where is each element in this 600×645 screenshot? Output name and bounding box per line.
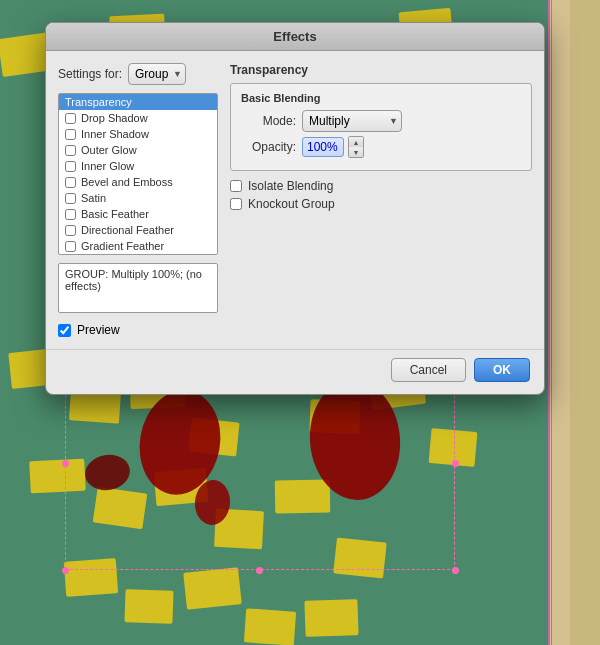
effect-basic-feather-label: Basic Feather bbox=[81, 208, 149, 220]
effect-satin-label: Satin bbox=[81, 192, 106, 204]
settings-for-label: Settings for: bbox=[58, 67, 122, 81]
preview-label: Preview bbox=[77, 323, 120, 337]
transparency-panel-title: Transparency bbox=[230, 63, 532, 77]
basic-blending-box: Basic Blending Mode: Multiply Normal Scr… bbox=[230, 83, 532, 171]
knockout-group-checkbox[interactable] bbox=[230, 198, 242, 210]
preview-checkbox[interactable] bbox=[58, 324, 71, 337]
mode-select-wrapper: Multiply Normal Screen Overlay ▼ bbox=[302, 110, 402, 132]
opacity-input[interactable] bbox=[302, 137, 344, 157]
effect-bevel-emboss[interactable]: Bevel and Emboss bbox=[59, 174, 217, 190]
effect-drop-shadow-label: Drop Shadow bbox=[81, 112, 148, 124]
effect-outer-glow[interactable]: Outer Glow bbox=[59, 142, 217, 158]
preview-row: Preview bbox=[58, 323, 218, 337]
gradient-feather-checkbox[interactable] bbox=[65, 241, 76, 252]
satin-checkbox[interactable] bbox=[65, 193, 76, 204]
effect-inner-shadow[interactable]: Inner Shadow bbox=[59, 126, 217, 142]
effect-transparency[interactable]: Transparency bbox=[59, 94, 217, 110]
directional-feather-checkbox[interactable] bbox=[65, 225, 76, 236]
settings-select-wrapper: Group ▼ bbox=[128, 63, 186, 85]
effect-directional-feather[interactable]: Directional Feather bbox=[59, 222, 217, 238]
effect-directional-feather-label: Directional Feather bbox=[81, 224, 174, 236]
mode-row: Mode: Multiply Normal Screen Overlay ▼ bbox=[241, 110, 521, 132]
effects-list: Transparency Drop Shadow Inner Shadow Ou… bbox=[58, 93, 218, 255]
effect-inner-shadow-label: Inner Shadow bbox=[81, 128, 149, 140]
inner-shadow-checkbox[interactable] bbox=[65, 129, 76, 140]
bevel-emboss-checkbox[interactable] bbox=[65, 177, 76, 188]
left-panel: Settings for: Group ▼ Transparency Drop … bbox=[58, 63, 218, 337]
effect-outer-glow-label: Outer Glow bbox=[81, 144, 137, 156]
effect-inner-glow-label: Inner Glow bbox=[81, 160, 134, 172]
effect-gradient-feather-label: Gradient Feather bbox=[81, 240, 164, 252]
effect-bevel-emboss-label: Bevel and Emboss bbox=[81, 176, 173, 188]
opacity-stepper-down[interactable]: ▼ bbox=[349, 147, 363, 157]
mode-label: Mode: bbox=[241, 114, 296, 128]
basic-blending-title: Basic Blending bbox=[241, 92, 521, 104]
opacity-label: Opacity: bbox=[241, 140, 296, 154]
knockout-group-row: Knockout Group bbox=[230, 197, 532, 211]
opacity-stepper-up[interactable]: ▲ bbox=[349, 137, 363, 147]
basic-feather-checkbox[interactable] bbox=[65, 209, 76, 220]
effect-gradient-feather[interactable]: Gradient Feather bbox=[59, 238, 217, 254]
dialog-title: Effects bbox=[273, 29, 316, 44]
opacity-control: ▲ ▼ bbox=[302, 136, 364, 158]
isolate-blending-label: Isolate Blending bbox=[248, 179, 333, 193]
cancel-button[interactable]: Cancel bbox=[391, 358, 466, 382]
effects-dialog: Effects Settings for: Group ▼ Transparen… bbox=[45, 22, 545, 395]
effect-drop-shadow[interactable]: Drop Shadow bbox=[59, 110, 217, 126]
knockout-group-label: Knockout Group bbox=[248, 197, 335, 211]
preview-text: GROUP: Multiply 100%; (no effects) bbox=[65, 268, 202, 292]
opacity-row: Opacity: ▲ ▼ bbox=[241, 136, 521, 158]
ok-button[interactable]: OK bbox=[474, 358, 530, 382]
dialog-titlebar: Effects bbox=[46, 23, 544, 51]
inner-glow-checkbox[interactable] bbox=[65, 161, 76, 172]
settings-for-row: Settings for: Group ▼ bbox=[58, 63, 218, 85]
effect-satin[interactable]: Satin bbox=[59, 190, 217, 206]
opacity-stepper: ▲ ▼ bbox=[348, 136, 364, 158]
effect-basic-feather[interactable]: Basic Feather bbox=[59, 206, 217, 222]
outer-glow-checkbox[interactable] bbox=[65, 145, 76, 156]
dialog-footer: Cancel OK bbox=[46, 349, 544, 394]
effect-transparency-label: Transparency bbox=[65, 96, 132, 108]
isolate-blending-checkbox[interactable] bbox=[230, 180, 242, 192]
drop-shadow-checkbox[interactable] bbox=[65, 113, 76, 124]
preview-text-box: GROUP: Multiply 100%; (no effects) bbox=[58, 263, 218, 313]
right-panel: Transparency Basic Blending Mode: Multip… bbox=[230, 63, 532, 337]
isolate-blending-row: Isolate Blending bbox=[230, 179, 532, 193]
effect-inner-glow[interactable]: Inner Glow bbox=[59, 158, 217, 174]
mode-select[interactable]: Multiply Normal Screen Overlay bbox=[302, 110, 402, 132]
settings-for-select[interactable]: Group bbox=[128, 63, 186, 85]
